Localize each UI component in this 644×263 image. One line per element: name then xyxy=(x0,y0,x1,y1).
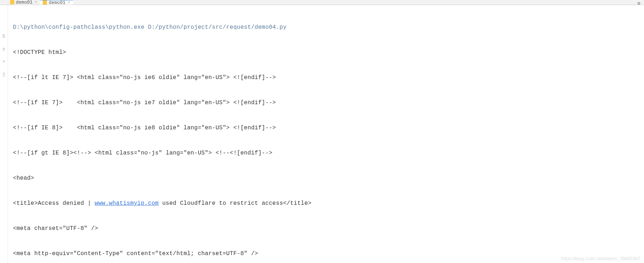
watermark: https://blog.csdn.net/weixin_39865387 xyxy=(561,256,640,261)
close-icon[interactable]: × xyxy=(35,0,37,4)
gutter-item: j xyxy=(0,68,8,80)
gutter-item xyxy=(0,18,8,30)
python-file-icon xyxy=(10,0,14,4)
tabs-bar: demo01 × demo01 × ✿ xyxy=(0,0,644,5)
output-line: <head> xyxy=(13,172,640,185)
gutter-item: ± xyxy=(0,43,8,55)
output-line: <meta http-equiv="Content-Type" content=… xyxy=(13,248,640,260)
output-line: <!DOCTYPE html> xyxy=(13,46,640,59)
gutter-item: 5 xyxy=(0,30,8,43)
output-line: <title>Access denied | www.whatismyip.co… xyxy=(13,197,640,210)
output-text: <title>Access denied | xyxy=(13,200,95,207)
python-file-icon xyxy=(43,0,47,5)
tab-demo01-1[interactable]: demo01 × xyxy=(7,0,40,5)
tab-label: demo01 xyxy=(48,0,65,5)
command-line: D:\python\config-pathclass\python.exe D:… xyxy=(13,21,640,34)
output-line: <meta charset="UTF-8" /> xyxy=(13,222,640,235)
gutter-item xyxy=(0,5,8,18)
output-line: <!--[if IE 7]> <html class="no-js ie7 ol… xyxy=(13,97,640,109)
editor-gutter: 5 ± + j xyxy=(0,5,8,263)
tab-label: demo01 xyxy=(16,0,33,5)
gutter-item: + xyxy=(0,55,8,68)
output-line: <!--[if gt IE 8]><!--> <html class="no-j… xyxy=(13,147,640,160)
tab-demo01-2[interactable]: demo01 × xyxy=(40,0,73,5)
output-line: <!--[if IE 8]> <html class="no-js ie8 ol… xyxy=(13,122,640,134)
output-line: <!--[if lt IE 7]> <html class="no-js ie6… xyxy=(13,71,640,84)
output-text: used Cloudflare to restrict access</titl… xyxy=(159,200,312,207)
close-icon[interactable]: × xyxy=(67,0,70,5)
url-link[interactable]: www.whatismyip.com xyxy=(95,200,159,207)
console-output[interactable]: D:\python\config-pathclass\python.exe D:… xyxy=(9,5,644,263)
